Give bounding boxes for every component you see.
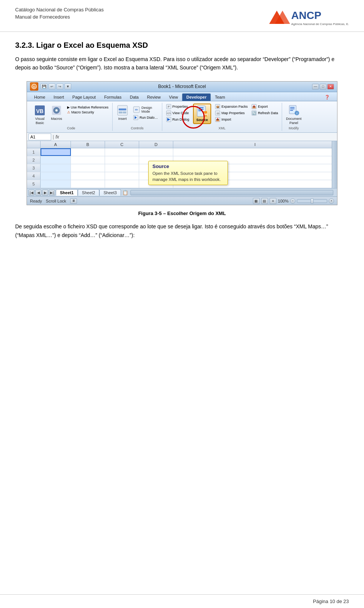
view-code-button[interactable]: </> View Code bbox=[165, 110, 191, 116]
name-box[interactable] bbox=[28, 134, 51, 140]
save-quick-btn[interactable]: 💾 bbox=[41, 83, 47, 90]
visual-basic-label: VisualBasic bbox=[35, 117, 44, 125]
svg-rect-44 bbox=[290, 110, 293, 111]
cell-a1[interactable] bbox=[41, 148, 71, 156]
insert-control-button[interactable]: Insert bbox=[115, 104, 130, 122]
minimize-button[interactable]: — bbox=[312, 84, 319, 90]
dropdown-quick-btn[interactable]: ▼ bbox=[64, 83, 71, 90]
col-header-c[interactable]: C bbox=[105, 141, 139, 148]
excel-titlebar: O 💾 ↩ ↪ ▼ Book1 - Microsoft Excel — □ ✕ bbox=[27, 82, 337, 92]
sheet-tab-1[interactable]: Sheet1 bbox=[56, 189, 78, 196]
col-header-b[interactable]: B bbox=[71, 141, 105, 148]
cell-c1[interactable] bbox=[105, 148, 139, 156]
macro-security-button[interactable]: ⚠ Macro Security bbox=[66, 110, 110, 115]
sheet-nav-first[interactable]: |◀ bbox=[28, 190, 35, 196]
sheet-nav-prev[interactable]: ◀ bbox=[35, 190, 41, 196]
tab-help[interactable]: ❓ bbox=[320, 93, 334, 101]
tab-team[interactable]: Team bbox=[211, 93, 229, 101]
svg-rect-43 bbox=[290, 108, 295, 109]
sheet-nav-last[interactable]: ▶| bbox=[49, 190, 55, 196]
zoom-out-btn[interactable]: − bbox=[290, 198, 295, 204]
col-header-d[interactable]: D bbox=[139, 141, 173, 148]
restore-button[interactable]: □ bbox=[320, 84, 326, 90]
sheet-nav-next[interactable]: ▶ bbox=[42, 190, 48, 196]
expansion-packs-button[interactable]: 📦 Expansion Packs bbox=[213, 104, 249, 110]
tab-data[interactable]: Data bbox=[126, 93, 143, 101]
status-ready: Ready bbox=[30, 199, 42, 203]
row-num-5: 5 bbox=[27, 180, 41, 188]
cell-b1[interactable] bbox=[71, 148, 105, 156]
section-heading: 3.2.3. Ligar o Excel ao Esquema XSD bbox=[15, 41, 349, 50]
sheet-insert-btn[interactable]: 📋 bbox=[122, 190, 128, 195]
map-properties-button[interactable]: 🗂 Map Properties bbox=[213, 110, 249, 116]
cell-a2[interactable] bbox=[41, 156, 71, 164]
horizontal-scrollbar[interactable] bbox=[130, 190, 333, 195]
macros-button[interactable]: Macros bbox=[49, 104, 64, 122]
cell-c4[interactable] bbox=[105, 172, 139, 180]
page-wrapper: Catálogo Nacional de Compras Públicas Ma… bbox=[0, 0, 364, 608]
col-header-a[interactable]: A bbox=[41, 141, 71, 148]
refresh-data-button[interactable]: 🔄 Refresh Data bbox=[250, 110, 279, 116]
import-button[interactable]: 📥 Import bbox=[213, 116, 249, 123]
cell-a3[interactable] bbox=[41, 164, 71, 172]
zoom-slider[interactable] bbox=[297, 199, 327, 203]
cell-i1[interactable] bbox=[173, 148, 337, 156]
tab-page-layout[interactable]: Page Layout bbox=[68, 93, 100, 101]
controls-group-label: Controls bbox=[115, 126, 160, 130]
source-button[interactable]: XML Source bbox=[193, 104, 211, 124]
cell-c3[interactable] bbox=[105, 164, 139, 172]
controls-buttons: Insert ✏ DesignMode bbox=[115, 104, 160, 126]
cell-a4[interactable] bbox=[41, 172, 71, 180]
ribbon-group-modify: i DocumentPanel Modify bbox=[282, 103, 305, 131]
titlebar-left: O 💾 ↩ ↪ ▼ bbox=[30, 82, 71, 91]
document-panel-button[interactable]: i DocumentPanel bbox=[284, 104, 303, 126]
design-mode-button[interactable]: ✏ DesignMode bbox=[132, 105, 160, 114]
cell-c5[interactable] bbox=[105, 180, 139, 188]
status-icon[interactable]: 🖥 bbox=[70, 198, 77, 204]
cell-b5[interactable] bbox=[71, 180, 105, 188]
modify-group-label: Modify bbox=[284, 126, 303, 130]
cell-d1[interactable] bbox=[139, 148, 173, 156]
cell-b2[interactable] bbox=[71, 156, 105, 164]
table-row: 1 bbox=[27, 148, 337, 156]
svg-rect-14 bbox=[123, 112, 126, 113]
tab-developer[interactable]: Developer bbox=[182, 93, 210, 101]
cell-b4[interactable] bbox=[71, 172, 105, 180]
tab-view[interactable]: View bbox=[165, 93, 182, 101]
macros-label: Macros bbox=[51, 117, 62, 121]
svg-rect-28 bbox=[198, 110, 202, 111]
page-break-view-btn[interactable]: ≡ bbox=[270, 198, 276, 204]
zoom-in-btn[interactable]: + bbox=[329, 198, 334, 204]
undo-quick-btn[interactable]: ↩ bbox=[49, 83, 55, 90]
cell-b3[interactable] bbox=[71, 164, 105, 172]
status-left: Ready Scroll Lock 🖥 bbox=[30, 198, 77, 204]
run-dialog-button[interactable]: Run Dialo… bbox=[132, 115, 160, 121]
cell-a5[interactable] bbox=[41, 180, 71, 188]
normal-view-btn[interactable]: ▦ bbox=[253, 198, 260, 204]
excel-status-bar: Ready Scroll Lock 🖥 ▦ ▤ ≡ 100% − + bbox=[27, 196, 337, 205]
tab-review[interactable]: Review bbox=[143, 93, 165, 101]
tab-insert[interactable]: Insert bbox=[49, 93, 68, 101]
svg-text:i: i bbox=[297, 112, 297, 115]
page-footer: Página 10 de 23 bbox=[0, 594, 364, 608]
vertical-scrollbar[interactable] bbox=[332, 141, 337, 188]
svg-rect-26 bbox=[198, 107, 204, 108]
sheet-tab-2[interactable]: Sheet2 bbox=[78, 189, 99, 196]
tab-home[interactable]: Home bbox=[30, 93, 49, 101]
run-dialog-xml-button[interactable]: Run Dialog bbox=[165, 116, 191, 123]
sheet-tab-3[interactable]: Sheet3 bbox=[99, 189, 121, 196]
properties-button[interactable]: P Properties bbox=[165, 104, 191, 110]
cell-c2[interactable] bbox=[105, 156, 139, 164]
use-relative-refs-button[interactable]: ▶ Use Relative References bbox=[66, 105, 110, 110]
export-button[interactable]: 📤 Export bbox=[250, 104, 279, 110]
svg-text:📥: 📥 bbox=[216, 118, 220, 121]
visual-basic-button[interactable]: VB VisualBasic bbox=[32, 104, 47, 126]
col-header-i[interactable]: I bbox=[173, 141, 337, 148]
body-paragraph-1: O passo seguinte consiste em ligar o Exc… bbox=[15, 55, 349, 72]
page-layout-view-btn[interactable]: ▤ bbox=[261, 198, 268, 204]
close-button[interactable]: ✕ bbox=[327, 84, 334, 90]
tab-formulas[interactable]: Formulas bbox=[100, 93, 126, 101]
macros-icon bbox=[50, 104, 63, 116]
office-button[interactable]: O bbox=[30, 82, 38, 91]
redo-quick-btn[interactable]: ↪ bbox=[56, 83, 63, 90]
